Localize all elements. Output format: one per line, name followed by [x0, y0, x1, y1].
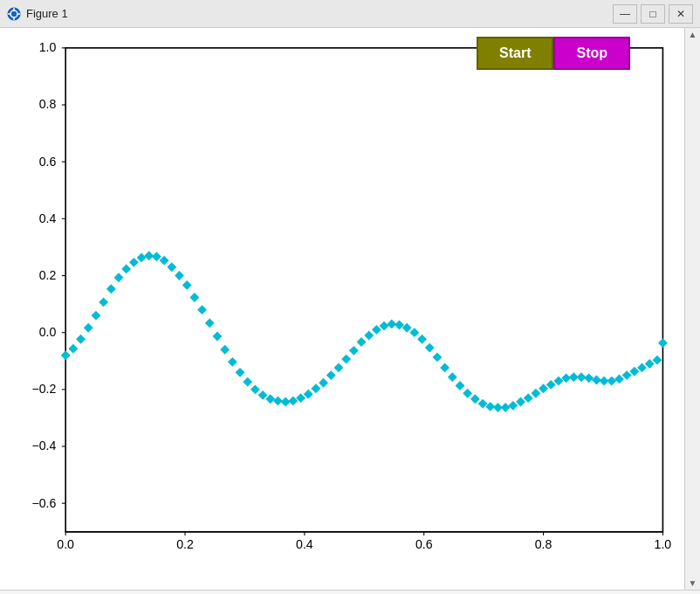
svg-text:0.8: 0.8	[535, 537, 552, 551]
title-bar: Figure 1 — □ ✕	[0, 0, 700, 28]
close-button[interactable]: ✕	[669, 4, 693, 24]
start-button[interactable]: Start	[477, 37, 553, 70]
svg-rect-6	[65, 48, 662, 532]
svg-text:0.2: 0.2	[176, 537, 194, 551]
window-title: Figure 1	[26, 7, 68, 20]
svg-text:0.4: 0.4	[39, 211, 57, 225]
svg-text:0.6: 0.6	[415, 537, 433, 551]
stop-button[interactable]: Stop	[553, 37, 630, 70]
svg-text:−0.2: −0.2	[31, 382, 56, 396]
svg-text:0.0: 0.0	[57, 537, 74, 551]
svg-text:1.0: 1.0	[655, 537, 672, 551]
minimize-button[interactable]: —	[613, 4, 637, 24]
title-bar-left: Figure 1	[7, 7, 68, 21]
svg-text:0.8: 0.8	[39, 97, 57, 111]
svg-text:−0.6: −0.6	[31, 496, 56, 510]
matplotlib-icon	[7, 7, 21, 21]
svg-text:0.2: 0.2	[39, 268, 57, 282]
scrollbar-right[interactable]: ▲ ▼	[684, 28, 700, 590]
chart-area: Start Stop 1.0 0.8 0.6	[0, 28, 700, 590]
scroll-down-arrow[interactable]: ▼	[689, 578, 697, 588]
svg-text:0.6: 0.6	[39, 155, 57, 169]
main-content: Start Stop 1.0 0.8 0.6	[0, 28, 700, 590]
svg-text:0.0: 0.0	[39, 325, 57, 339]
scroll-up-arrow[interactable]: ▲	[689, 30, 697, 39]
toolbar: ⌂ ← → ✛ 🔍 ⚙ 💾 https://blog.csdn.net/chan…	[0, 590, 700, 594]
plot-svg: 1.0 0.8 0.6 0.4 0.2 0.0 −0.2	[9, 37, 691, 581]
maximize-button[interactable]: □	[641, 4, 665, 24]
title-bar-controls: — □ ✕	[613, 4, 693, 24]
svg-text:1.0: 1.0	[39, 40, 57, 54]
svg-text:−0.4: −0.4	[31, 439, 56, 452]
buttons-overlay: Start Stop	[477, 37, 630, 70]
svg-text:0.4: 0.4	[296, 537, 313, 551]
